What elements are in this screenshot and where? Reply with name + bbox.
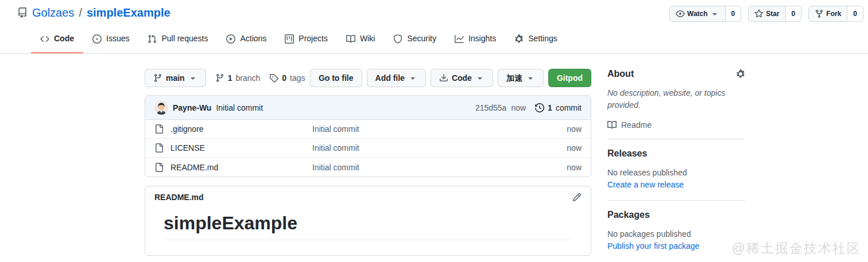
tab-wiki[interactable]: Wiki [337,25,384,53]
commit-count-number: 1 [548,103,552,112]
git-pull-request-icon [148,34,157,44]
tab-label: Code [54,32,74,45]
readme-anchor-link[interactable]: Readme [607,120,745,130]
packages-section: Packages No packages published Publish y… [607,210,745,261]
go-to-file-button[interactable]: Go to file [310,69,362,87]
file-commit-message-link[interactable]: Initial commit [312,124,523,134]
commit-author-link[interactable]: Payne-Wu [173,103,211,112]
readme-filename-link[interactable]: README.md [154,193,204,202]
graph-icon [455,34,464,44]
commit-time: now [511,103,526,112]
sidebar: About No description, website, or topics… [607,69,745,262]
tag-count-label: tags [290,73,305,83]
file-time: now [530,143,582,152]
file-time: now [530,124,582,134]
history-icon [535,103,544,112]
tab-label: Actions [240,32,266,45]
tags-stat[interactable]: 0 tags [269,73,305,83]
commit-sha-link[interactable]: 215d55a [475,103,507,112]
commit-history-link[interactable]: 1 commit [535,103,582,112]
branch-selector[interactable]: main [145,69,206,87]
code-icon [40,34,49,44]
watch-button[interactable]: Watch [669,6,726,22]
add-file-label: Add file [375,72,405,84]
eye-icon [676,9,685,18]
tab-label: Insights [468,32,496,45]
star-button[interactable]: Star [748,6,785,22]
tab-label: Projects [299,32,328,45]
commit-message-link[interactable]: Initial commit [216,103,263,112]
tab-settings[interactable]: Settings [505,25,567,53]
packages-title[interactable]: Packages [607,210,650,220]
repo-fork-icon [815,9,824,18]
tab-label: Pull requests [161,32,208,45]
play-icon [226,34,235,44]
tab-code[interactable]: Code [31,25,83,53]
about-description: No description, website, or topics provi… [607,87,745,111]
file-icon [154,124,164,134]
branch-count: 1 [228,73,232,83]
tab-pull-requests[interactable]: Pull requests [138,25,217,53]
tab-actions[interactable]: Actions [217,25,276,53]
tab-issues[interactable]: Issues [83,25,138,53]
tab-label: Security [407,32,436,45]
chevron-down-icon [188,73,197,83]
repo-header: Golzaes / simpleExample Watch 0 Star 0 F… [0,0,868,22]
gear-icon[interactable] [736,69,745,79]
star-label: Star [766,8,779,19]
tab-label: Settings [528,32,557,45]
releases-title[interactable]: Releases [607,148,647,159]
releases-section: Releases No releases published Create a … [607,148,745,201]
fork-button[interactable]: Fork [808,6,847,22]
git-branch-icon [153,73,162,83]
owner-link[interactable]: Golzaes [32,6,74,19]
tab-label: Issues [106,32,129,45]
branch-count-label: branch [235,73,260,83]
chevron-down-icon [475,73,485,83]
gitpod-button[interactable]: Gitpod [548,69,591,87]
git-branch-icon [215,73,224,83]
tab-security[interactable]: Security [384,25,445,53]
file-name-link[interactable]: LICENSE [170,143,305,152]
packages-empty-text: No packages published [607,228,745,240]
about-section: About No description, website, or topics… [607,69,745,139]
repo-social-actions: Watch 0 Star 0 Fork 0 [669,6,863,22]
toolbar-right-group: Go to file Add file Code 加速 Gitpod [310,69,591,87]
file-commit-message-link[interactable]: Initial commit [312,163,523,172]
tab-insights[interactable]: Insights [445,25,505,53]
repo-title: Golzaes / simpleExample [17,6,170,19]
tab-projects[interactable]: Projects [276,25,337,53]
readme-card: README.md simpleExample [145,186,591,256]
branch-toolbar: main 1 branch 0 tags Go to file Add file [145,69,591,87]
pencil-icon[interactable] [572,193,582,202]
book-icon [346,34,355,44]
fork-label: Fork [826,8,841,19]
gear-icon [514,34,524,44]
fork-count[interactable]: 0 [847,6,863,22]
star-count[interactable]: 0 [786,6,802,22]
publish-package-link[interactable]: Publish your first package [607,240,699,252]
tab-label: Wiki [360,32,375,45]
project-icon [285,34,294,44]
add-file-button[interactable]: Add file [367,69,426,87]
file-commit-message-link[interactable]: Initial commit [312,143,523,152]
table-row: README.md Initial commit now [145,158,591,177]
readme-body: simpleExample [145,208,591,255]
file-icon [154,163,164,172]
readme-link-label: Readme [621,120,652,130]
repo-nav: Code Issues Pull requests Actions Projec… [0,25,868,54]
file-icon [154,143,164,152]
code-download-button[interactable]: Code [431,69,493,87]
avatar[interactable] [154,101,168,115]
breadcrumb-separator: / [79,6,82,19]
accelerate-button[interactable]: 加速 [498,69,544,87]
file-table: Payne-Wu Initial commit 215d55a now 1 co… [145,95,591,177]
branches-stat[interactable]: 1 branch [215,73,261,83]
create-release-link[interactable]: Create a new release [607,179,684,191]
repo-link[interactable]: simpleExample [87,6,170,19]
file-name-link[interactable]: .gitignore [170,124,305,134]
file-name-link[interactable]: README.md [170,163,305,172]
latest-commit-bar: Payne-Wu Initial commit 215d55a now 1 co… [145,96,591,120]
watch-control: Watch 0 [669,6,741,22]
watch-count[interactable]: 0 [726,6,742,22]
